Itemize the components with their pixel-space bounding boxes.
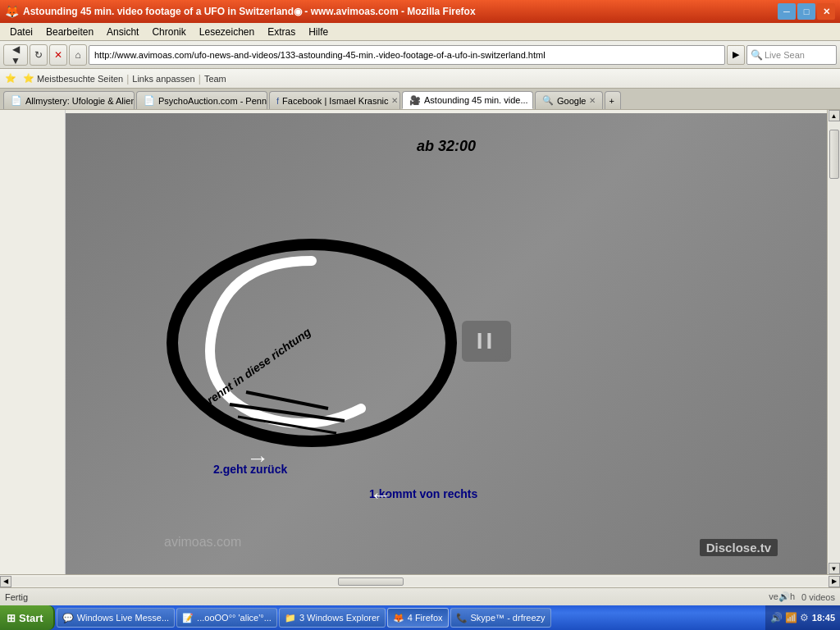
clock: 18:45 xyxy=(812,613,835,623)
arrow-right-annotation: → xyxy=(246,445,269,472)
refresh-button[interactable]: ↻ xyxy=(30,44,48,66)
hscroll-track[interactable] xyxy=(11,577,829,587)
navigation-bar: ◀ ▼ ↻ ✕ ⌂ ▶ 🔍 Live Sean xyxy=(0,41,840,69)
bookmark-meistbesuchte[interactable]: ⭐ Meistbesuchte Seiten xyxy=(23,73,123,84)
taskbar-item-explorer[interactable]: 📁 3 Windows Explorer xyxy=(279,608,386,628)
taskbar-label-1: ...ooOO°° 'alice'°... xyxy=(197,613,272,623)
folder-icon: 📁 xyxy=(285,613,296,623)
taskbar-item-alice[interactable]: 📝 ...ooOO°° 'alice'°... xyxy=(176,608,277,628)
scroll-left-button[interactable]: ◀ xyxy=(0,576,11,587)
tab-favicon-0: 📄 xyxy=(11,95,22,106)
bookmarks-icon: ⭐ xyxy=(5,73,16,84)
arrow-left-annotation: ← xyxy=(369,482,392,509)
status-text: Fertig xyxy=(5,592,28,602)
go-button[interactable]: ▶ xyxy=(727,45,745,65)
taskbar-items: 💬 Windows Live Messe... 📝 ...ooOO°° 'ali… xyxy=(55,608,765,628)
pause-icon: II xyxy=(477,328,496,354)
scroll-down-button[interactable]: ▼ xyxy=(829,563,840,574)
tab-close-4[interactable]: ✕ xyxy=(589,96,596,105)
tab-astounding[interactable]: 🎥 Astounding 45 min. vide... ✕ xyxy=(402,91,533,109)
videos-count: 0 videos xyxy=(801,592,835,602)
tab-favicon-1: 📄 xyxy=(144,95,155,106)
stop-button[interactable]: ✕ xyxy=(49,44,67,66)
live-search-text: Live Sean xyxy=(765,50,805,60)
tab-label-2: Facebook | Ismael Krasnic xyxy=(282,96,388,106)
watermark-disclose: Disclose.tv xyxy=(700,539,778,556)
system-tray: 🔊 📶 ⚙ 18:45 xyxy=(765,605,840,630)
video-area[interactable]: ab 32:00 rennt in diese richtung xyxy=(66,113,827,574)
menu-lesezeichen[interactable]: Lesezeichen xyxy=(193,25,261,39)
tab-label-4: Google xyxy=(557,96,586,106)
taskbar-item-skype[interactable]: 📞 Skype™ - drfreezy xyxy=(450,608,551,628)
veoh-label: ve🔊h xyxy=(769,591,795,602)
tab-label-1: PsychoAuction.com - Penny ... xyxy=(158,96,267,106)
hscroll-thumb[interactable] xyxy=(338,578,404,586)
address-input[interactable] xyxy=(89,45,725,65)
scroll-right-button[interactable]: ▶ xyxy=(829,576,840,587)
titlebar: 🦊 Astounding 45 min. video footage of a … xyxy=(0,0,840,23)
pause-button[interactable]: II xyxy=(462,321,511,362)
svg-line-1 xyxy=(246,392,328,409)
video-container: ab 32:00 rennt in diese richtung xyxy=(66,110,827,574)
messenger-icon: 💬 xyxy=(62,613,74,623)
windows-icon: ⊞ xyxy=(7,612,16,624)
bing-icon: 🔍 xyxy=(751,49,763,61)
video-timestamp-label: ab 32:00 xyxy=(417,138,476,155)
tab-allmystery[interactable]: 📄 Allmystery: Ufologie & Aliens ✕ xyxy=(3,91,135,109)
window-title: Astounding 45 min. video footage of a UF… xyxy=(23,6,776,17)
browser-window: 🦊 Astounding 45 min. video footage of a … xyxy=(0,0,840,630)
back-button[interactable]: ◀ ▼ xyxy=(3,44,28,66)
close-button[interactable]: ✕ xyxy=(817,3,835,20)
tab-label-0: Allmystery: Ufologie & Aliens xyxy=(25,96,135,106)
bookmark-team[interactable]: Team xyxy=(204,74,226,84)
new-tab-button[interactable]: + xyxy=(605,91,621,109)
bookmarks-bar: ⭐ ⭐ Meistbesuchte Seiten | Links anpasse… xyxy=(0,69,840,89)
status-bar: Fertig ve🔊h 0 videos xyxy=(0,587,840,605)
tab-facebook[interactable]: f Facebook | Ismael Krasnic ✕ xyxy=(269,91,400,109)
start-label: Start xyxy=(19,612,43,624)
taskbar-label-0: Windows Live Messe... xyxy=(77,613,169,623)
scroll-up-button[interactable]: ▲ xyxy=(829,110,840,121)
taskbar-label-2: 3 Windows Explorer xyxy=(299,613,380,623)
taskbar-label-4: Skype™ - drfreezy xyxy=(471,613,546,623)
home-button[interactable]: ⌂ xyxy=(69,44,87,66)
menu-datei[interactable]: Datei xyxy=(3,25,39,39)
menu-bar: Datei Bearbeiten Ansicht Chronik Lesezei… xyxy=(0,23,840,41)
tab-favicon-2: f xyxy=(276,96,279,106)
horizontal-scrollbar[interactable]: ◀ ▶ xyxy=(0,574,840,587)
tab-psychoauction[interactable]: 📄 PsychoAuction.com - Penny ... ✕ xyxy=(136,91,267,109)
tray-icon-network: 📶 xyxy=(785,612,797,623)
status-right: ve🔊h 0 videos xyxy=(769,591,835,602)
menu-bearbeiten[interactable]: Bearbeiten xyxy=(39,25,100,39)
menu-chronik[interactable]: Chronik xyxy=(145,25,192,39)
tab-close-2[interactable]: ✕ xyxy=(391,96,398,105)
live-search-box: 🔍 Live Sean xyxy=(746,45,837,65)
taskbar-item-messenger[interactable]: 💬 Windows Live Messe... xyxy=(57,608,175,628)
tab-close-3[interactable]: ✕ xyxy=(532,96,533,105)
watermark-avimoas: avimoas.com xyxy=(164,535,241,550)
minimize-button[interactable]: ─ xyxy=(778,3,796,20)
star-icon: ⭐ xyxy=(23,73,34,84)
video-wrapper: ab 32:00 rennt in diese richtung xyxy=(66,113,827,574)
scroll-track[interactable] xyxy=(829,121,840,563)
maximize-button[interactable]: □ xyxy=(797,3,815,20)
menu-ansicht[interactable]: Ansicht xyxy=(100,25,145,39)
bookmark-links[interactable]: Links anpassen xyxy=(132,74,194,84)
tab-google[interactable]: 🔍 Google ✕ xyxy=(535,91,603,109)
vertical-scrollbar[interactable]: ▲ ▼ xyxy=(827,110,840,574)
menu-extras[interactable]: Extras xyxy=(261,25,302,39)
scroll-thumb[interactable] xyxy=(829,130,839,179)
tray-icons: 🔊 📶 ⚙ xyxy=(770,612,809,623)
skype-icon: 📞 xyxy=(456,613,468,623)
tab-bar: 📄 Allmystery: Ufologie & Aliens ✕ 📄 Psyc… xyxy=(0,89,840,110)
start-button[interactable]: ⊞ Start xyxy=(0,605,55,630)
tray-icon-settings: ⚙ xyxy=(800,612,809,623)
text-icon: 📝 xyxy=(182,613,194,623)
taskbar-item-firefox[interactable]: 🦊 4 Firefox xyxy=(387,608,449,628)
content-area: ab 32:00 rennt in diese richtung xyxy=(0,110,840,574)
tab-favicon-4: 🔍 xyxy=(542,95,554,106)
menu-hilfe[interactable]: Hilfe xyxy=(302,25,335,39)
firefox-taskbar-icon: 🦊 xyxy=(393,613,404,623)
tab-favicon-3: 🎥 xyxy=(409,95,421,106)
drawn-oval-annotation xyxy=(164,228,459,458)
